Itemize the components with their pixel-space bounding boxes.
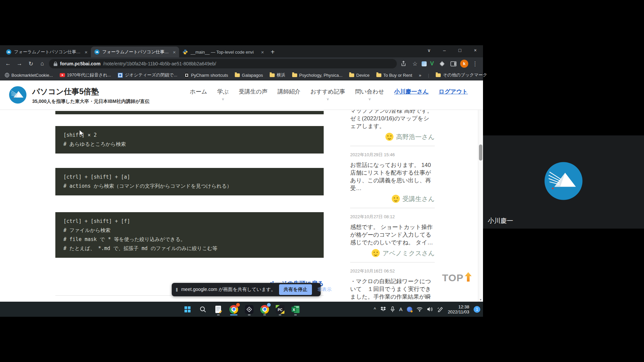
chrome-second-button[interactable] [259, 303, 270, 316]
comment-text: マップファンの皆様 高野です。ゼミ(2022/10/16)のマップをシェアします… [350, 107, 435, 130]
v-extension-icon[interactable]: V [429, 60, 435, 67]
reload-icon[interactable]: ↻ [26, 60, 36, 67]
tray-expand-icon[interactable]: ^ [374, 307, 376, 312]
pycharm-button[interactable]: PC [275, 303, 285, 316]
windows-taskbar: PC X ^ A 12:38 2022/11/03 1 [0, 302, 483, 317]
dev-app-button[interactable] [244, 303, 255, 316]
forward-icon[interactable]: → [15, 60, 24, 67]
bookmark-item[interactable]: BookmarkletCookie... [5, 73, 53, 78]
speaker-icon[interactable] [427, 307, 433, 312]
excel-button[interactable]: X [290, 303, 301, 316]
scroll-down-icon[interactable]: ▼ [478, 298, 483, 301]
notification-count-badge[interactable]: 1 [474, 306, 480, 313]
top-label: TOP [442, 272, 464, 284]
bookmark-item[interactable]: ジオシティーズの閉鎖で... [118, 72, 177, 78]
bookmark-folder[interactable]: 横浜 [270, 72, 285, 78]
bookmark-label: Galapagos [242, 73, 263, 78]
start-button[interactable] [182, 303, 193, 316]
chrome-active-button[interactable] [228, 303, 239, 316]
nav-contact[interactable]: 問い合わせ∨ [355, 88, 384, 101]
comment-item: 2022年10月27日 08:12 感想です。 ショートカット操作が格ゲーのコマ… [350, 213, 435, 257]
nav-learn[interactable]: 学ぶ∨ [217, 88, 229, 101]
mouse-cursor [79, 130, 84, 137]
participant-tile[interactable]: 小川慶一 [483, 135, 644, 229]
bookmarks-bar: BookmarkletCookie... 1970年代に録音され... ジオシテ… [0, 70, 483, 80]
comments-sidebar: マップファンの皆様 高野です。ゼミ(2022/10/16)のマップをシェアします… [350, 107, 435, 302]
comment-item: 2022年10月16日 06:52 ・マクロの自動記録ワークについて １回目でう… [350, 267, 435, 302]
home-icon[interactable]: ⌂ [38, 60, 47, 67]
comment-text: ・マクロの自動記録ワークについて １回目でうまく実行できました。手作業の作業結果… [350, 278, 435, 302]
bookmark-item[interactable]: 1970年代に録音され... [60, 72, 111, 78]
bookmarks-overflow-icon[interactable]: » [419, 73, 421, 78]
nav-recommended[interactable]: おすすめ記事∨ [310, 88, 345, 101]
tab-forum-note-2[interactable]: フォーラムノートパソコン仕事5倍塾ポ × [91, 47, 179, 57]
back-icon[interactable]: ← [3, 60, 13, 67]
tab-close-icon[interactable]: × [261, 50, 264, 55]
comment-author[interactable]: アベノミクスさん [350, 249, 435, 257]
windows-logo-icon [184, 306, 191, 312]
new-tab-button[interactable]: + [271, 48, 275, 56]
stop-sharing-button[interactable]: 共有を停止 [279, 284, 312, 295]
nav-home[interactable]: ホーム [190, 88, 207, 96]
participant-avatar [544, 161, 583, 201]
tab-title: __main__ — Top-level code envi [191, 50, 258, 55]
kebab-menu-icon[interactable]: ⋮ [470, 60, 480, 67]
bookmark-folder[interactable]: Galapagos [235, 73, 263, 78]
bookmark-item[interactable]: PyCharm shortcuts [184, 73, 228, 78]
nav-student-voices[interactable]: 受講生の声 [239, 88, 267, 96]
nav-instructor[interactable]: 講師紹介 [277, 88, 300, 96]
user-account-link[interactable]: 小川慶一さん [394, 88, 429, 96]
toast-message: meet.google.com が画面を共有しています。 [181, 287, 276, 293]
running-indicator [248, 314, 251, 315]
scrollbar[interactable]: ▼ [478, 80, 483, 302]
chevron-down-icon: ∨ [222, 97, 224, 101]
code-line: # ファイルから検索 [63, 226, 316, 235]
maximize-button[interactable]: □ [452, 45, 468, 55]
divider [350, 262, 435, 262]
search-button[interactable] [198, 303, 208, 316]
comment-author[interactable]: 受講生さん [350, 195, 435, 203]
clock-time: 12:38 [448, 304, 469, 309]
tab-close-icon[interactable]: × [173, 50, 176, 55]
scrollbar-thumb[interactable] [479, 144, 482, 161]
screenshot-extension-icon[interactable] [422, 61, 427, 66]
profile-avatar[interactable]: k [460, 60, 468, 68]
dropbox-icon[interactable] [380, 307, 386, 312]
bookmark-folder[interactable]: To Buy or Rent [376, 73, 412, 78]
code-line: # actions から検索（コマンドの文字列からコマンドを見つけられる） [63, 182, 316, 191]
comment-item: 2022年10月29日 15:46 お世話になっております。 140店舗にリスト… [350, 151, 435, 203]
tab-title: フォーラムノートパソコン仕事5倍塾ポ [102, 49, 170, 55]
pen-icon[interactable] [437, 307, 443, 312]
bookmark-star-icon[interactable]: ☆ [410, 60, 420, 67]
folder-icon [376, 73, 381, 77]
pycharm-icon: PC [276, 305, 284, 314]
hide-toast-button[interactable]: 非表示 [317, 287, 331, 293]
bookmark-folder[interactable]: Device [349, 73, 370, 78]
side-panel-icon[interactable] [449, 61, 458, 66]
tab-close-icon[interactable]: × [85, 50, 88, 55]
bookmark-label: その他のブックマーク [443, 72, 487, 78]
ime-indicator[interactable]: A [399, 306, 402, 312]
extensions-puzzle-icon[interactable] [437, 61, 447, 67]
taskbar-clock[interactable]: 12:38 2022/11/03 [448, 304, 469, 314]
wifi-icon[interactable] [417, 307, 423, 312]
running-indicator [217, 314, 220, 315]
comment-author[interactable]: 高野浩一さん [350, 133, 435, 141]
close-window-button[interactable]: × [468, 45, 483, 55]
other-bookmarks[interactable]: その他のブックマーク [436, 72, 487, 78]
minimize-button[interactable]: – [437, 45, 452, 55]
app-indicator-icon[interactable] [407, 307, 412, 312]
tab-python-main[interactable]: __main__ — Top-level code envi × [179, 47, 267, 57]
tab-forum-note-1[interactable]: フォーラムノートパソコン仕事5倍塾ポ × [3, 47, 91, 57]
running-indicator-active [230, 314, 237, 315]
browser-toolbar: ← → ↻ ⌂ forum.pc5bai.com/note/entry/1b0f… [0, 57, 483, 70]
address-bar[interactable]: forum.pc5bai.com/note/entry/1b0fa24b-11b… [49, 59, 397, 68]
bookmark-folder[interactable]: Psychology, Physica... [292, 73, 342, 78]
share-icon[interactable] [399, 61, 408, 67]
youtube-icon [60, 73, 65, 77]
microphone-icon[interactable] [390, 306, 395, 312]
notes-app-button[interactable] [213, 303, 224, 316]
scroll-to-top-button[interactable]: TOP [442, 272, 472, 284]
logout-link[interactable]: ログアウト [439, 88, 468, 96]
tab-search-icon[interactable]: ∨ [421, 45, 437, 55]
